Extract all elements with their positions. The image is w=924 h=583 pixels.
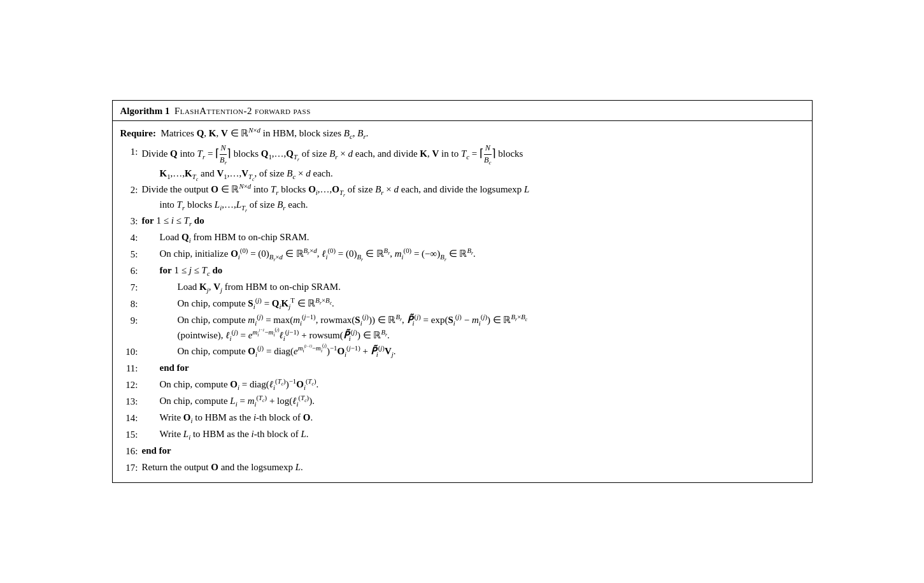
line-11-content: end for <box>142 360 804 375</box>
line-10: 10: On chip, compute Oi(j) = diag(emi(j−… <box>120 343 804 359</box>
line-2: 2: Divide the output O ∈ ℝN×d into Tr bl… <box>120 182 804 212</box>
line-17-content: Return the output O and the logsumexp L. <box>142 459 804 475</box>
line-10-content: On chip, compute Oi(j) = diag(emi(j−1)−m… <box>142 343 804 359</box>
line-num-2: 2: <box>120 182 138 198</box>
line-num-14: 14: <box>120 410 138 426</box>
line-7: 7: Load Kj, Vj from HBM to on-chip SRAM. <box>120 279 804 295</box>
algorithm-header: Algorithm 1 FlashAttention-2 forward pas… <box>113 101 812 121</box>
line-num-17: 17: <box>120 459 138 475</box>
line-num-16: 16: <box>120 443 138 459</box>
line-4-content: Load Qi from HBM to on-chip SRAM. <box>142 229 804 245</box>
line-num-13: 13: <box>120 393 138 409</box>
line-num-12: 12: <box>120 377 138 392</box>
line-13: 13: On chip, compute Li = mi(Tc) + log(ℓ… <box>120 393 804 409</box>
line-9: 9: On chip, compute mi(j) = max(mi(j−1),… <box>120 312 804 343</box>
line-2-main: Divide the output O ∈ ℝN×d into Tr block… <box>142 182 804 197</box>
line-9-main: On chip, compute mi(j) = max(mi(j−1), ro… <box>178 312 804 327</box>
algorithm-title: FlashAttention-2 forward pass <box>174 106 311 116</box>
line-11: 11: end for <box>120 360 804 376</box>
algorithm-steps: 1: Divide Q into Tr = ⌈NBr⌉ blocks Q1,…,… <box>120 143 804 475</box>
line-12: 12: On chip, compute Oi = diag(ℓi(Tc))−1… <box>120 377 804 392</box>
line-1-content: Divide Q into Tr = ⌈NBr⌉ blocks Q1,…,QTr… <box>142 143 804 181</box>
algorithm-box: Algorithm 1 FlashAttention-2 forward pas… <box>112 100 813 482</box>
require-label: Require: <box>120 128 159 138</box>
line-num-7: 7: <box>120 279 138 295</box>
require-text: Matrices Q, K, V ∈ ℝN×d in HBM, block si… <box>160 128 368 138</box>
line-8: 8: On chip, compute Si(j) = QiKjT ∈ ℝBr×… <box>120 296 804 312</box>
line-9-continuation: (pointwise), ℓi(j) = emij−1−mi(j)ℓi(j−1)… <box>178 327 804 343</box>
line-num-9: 9: <box>120 312 138 328</box>
line-2-content: Divide the output O ∈ ℝN×d into Tr block… <box>142 182 804 212</box>
algorithm-label: Algorithm 1 <box>120 106 173 116</box>
line-14-content: Write Oi to HBM as the i-th block of O. <box>142 410 804 425</box>
line-2-continuation: into Tr blocks Li,…,LTr of size Br each. <box>142 197 804 212</box>
line-num-10: 10: <box>120 343 138 359</box>
line-num-5: 5: <box>120 246 138 262</box>
line-15: 15: Write Li to HBM as the i-th block of… <box>120 426 804 442</box>
line-16-content: end for <box>142 443 804 458</box>
line-17: 17: Return the output O and the logsumex… <box>120 459 804 475</box>
line-num-11: 11: <box>120 360 138 376</box>
line-1-main: Divide Q into Tr = ⌈NBr⌉ blocks Q1,…,QTr… <box>142 143 804 166</box>
algorithm-body: Require: Matrices Q, K, V ∈ ℝN×d in HBM,… <box>113 121 812 482</box>
line-9-content: On chip, compute mi(j) = max(mi(j−1), ro… <box>142 312 804 343</box>
line-5-content: On chip, initialize Oi(0) = (0)Br×d ∈ ℝB… <box>142 246 804 261</box>
line-num-15: 15: <box>120 426 138 442</box>
line-num-4: 4: <box>120 229 138 245</box>
line-num-1: 1: <box>120 143 138 159</box>
line-6: 6: for 1 ≤ j ≤ Tc do <box>120 263 804 278</box>
line-6-content: for 1 ≤ j ≤ Tc do <box>142 263 804 278</box>
line-15-content: Write Li to HBM as the i-th block of L. <box>142 426 804 442</box>
line-5: 5: On chip, initialize Oi(0) = (0)Br×d ∈… <box>120 246 804 262</box>
line-3: 3: for 1 ≤ i ≤ Tr do <box>120 213 804 229</box>
line-3-content: for 1 ≤ i ≤ Tr do <box>142 213 804 228</box>
line-7-content: Load Kj, Vj from HBM to on-chip SRAM. <box>142 279 804 294</box>
line-1-continuation: K1,…,KTc and V1,…,VTc, of size Bc × d ea… <box>142 166 804 181</box>
line-num-8: 8: <box>120 296 138 312</box>
line-1: 1: Divide Q into Tr = ⌈NBr⌉ blocks Q1,…,… <box>120 143 804 181</box>
require-line: Require: Matrices Q, K, V ∈ ℝN×d in HBM,… <box>120 126 804 141</box>
line-num-6: 6: <box>120 263 138 278</box>
line-4: 4: Load Qi from HBM to on-chip SRAM. <box>120 229 804 245</box>
line-8-content: On chip, compute Si(j) = QiKjT ∈ ℝBr×Bc. <box>142 296 804 311</box>
line-num-3: 3: <box>120 213 138 229</box>
line-13-content: On chip, compute Li = mi(Tc) + log(ℓi(Tc… <box>142 393 804 408</box>
line-14: 14: Write Oi to HBM as the i-th block of… <box>120 410 804 426</box>
line-16: 16: end for <box>120 443 804 459</box>
line-12-content: On chip, compute Oi = diag(ℓi(Tc))−1Oi(T… <box>142 377 804 392</box>
